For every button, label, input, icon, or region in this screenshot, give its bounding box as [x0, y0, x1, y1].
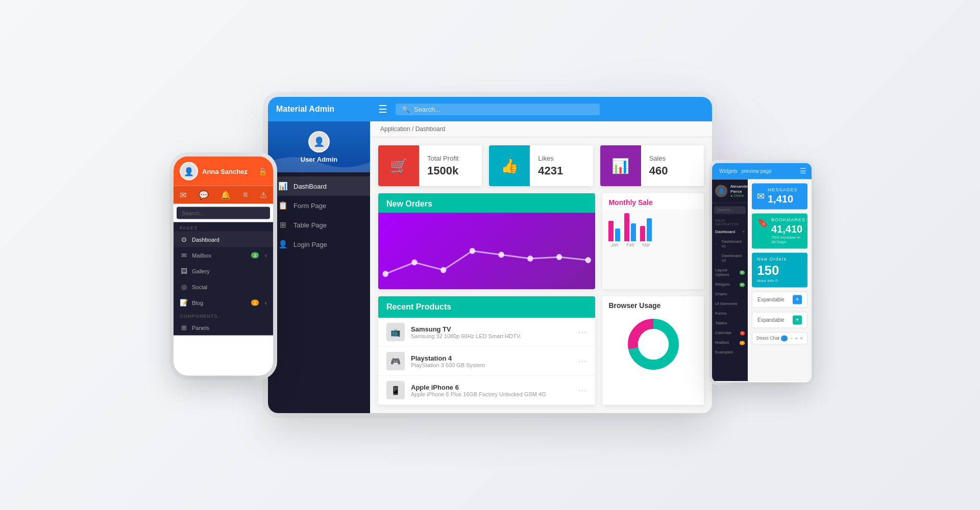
mobile-components-section: COMPONENTS: [174, 311, 273, 320]
mobile-list-icon[interactable]: ≡: [243, 190, 248, 200]
new-orders-title: New Orders: [386, 199, 432, 208]
stat-card-profit: 🛒 Total Profit 1500k: [378, 145, 482, 186]
sales-label: Sales: [649, 155, 696, 162]
sidebar-item-dashboard[interactable]: 📊 DashBoard: [268, 176, 370, 196]
mobile-nav-blog[interactable]: 📝 Blog 2 ‹: [174, 295, 273, 311]
ws-nav-dashboard-v2[interactable]: ○ Dashboard v2: [712, 251, 748, 266]
mobile-nav-label: Mailbox: [192, 252, 211, 258]
expand-1-button[interactable]: +: [793, 295, 802, 304]
chat-expand-icon[interactable]: +: [795, 336, 798, 341]
ws-nav-label: Dashboard v2: [722, 254, 745, 263]
mobile-lock-icon: 🔒: [258, 167, 267, 175]
widget-menu-icon[interactable]: ☰: [800, 167, 806, 175]
svg-point-3: [470, 248, 475, 254]
ws-nav-mailbox[interactable]: Mailbox ●: [712, 338, 748, 348]
mar-label: Mar: [642, 242, 650, 247]
product-more-tv[interactable]: ⋯: [578, 326, 587, 338]
product-desc-iphone: Apple iPhone 6 Plus 16GB Factory Unlocke…: [411, 391, 578, 397]
ws-nav-ui[interactable]: UI Elements: [712, 299, 748, 309]
ws-nav-examples[interactable]: Examples: [712, 348, 748, 358]
mailbox-badge: ●: [740, 341, 745, 345]
ws-nav-label: Dashboard: [715, 230, 735, 235]
ws-nav-dashboard-v1[interactable]: ○ Dashboard v1: [712, 237, 748, 251]
login-icon: 👤: [278, 240, 287, 249]
product-more-ps[interactable]: ⋯: [578, 355, 587, 367]
ws-nav-label: Tables: [715, 321, 727, 326]
sidebar-username: User Admin: [301, 156, 337, 163]
ws-nav-section: MAIN NAVIGATION: [712, 217, 748, 227]
likes-label: Likes: [538, 155, 584, 162]
ws-nav-label: Charts: [715, 292, 727, 297]
bookmarks-value: 41,410: [771, 223, 805, 235]
product-icon-iphone: 📱: [386, 381, 405, 399]
ws-nav-calendar[interactable]: Calendar 3: [712, 328, 748, 338]
table-icon: ⊞: [278, 220, 287, 230]
mail-icon: ✉: [180, 251, 188, 259]
chevron-icon: ‹: [265, 299, 267, 306]
mar-bar-pink: [640, 226, 645, 241]
messages-label: MESSAGES: [768, 187, 798, 192]
ws-username: Alexander Pierce: [730, 184, 748, 194]
mobile-alarm-icon[interactable]: ⚠: [260, 190, 267, 200]
mobile-frame: 👤 Anna Sanchez 🔒 ✉ 💬 🔔 ≡ ⚠ Search... PAG…: [174, 157, 273, 376]
ws-nav-layout[interactable]: Layout Options N: [712, 266, 748, 280]
sidebar-item-label: Table Page: [293, 221, 327, 229]
mobile-nav-social[interactable]: ◎ Social: [174, 279, 273, 295]
expandable-2[interactable]: Expandable +: [752, 312, 807, 328]
app-logo: Material Admin: [276, 105, 368, 114]
mobile-mail-icon[interactable]: ✉: [180, 190, 186, 200]
svg-point-0: [383, 271, 388, 277]
stat-card-sales: 📊 Sales 460: [600, 145, 704, 186]
mobile-nav-gallery[interactable]: 🖼 Gallery: [174, 263, 273, 279]
expand-2-button[interactable]: +: [793, 315, 802, 324]
jan-bar-blue: [615, 228, 620, 241]
chat-close-icon[interactable]: ×: [800, 336, 803, 341]
chevron-icon: ‹: [265, 251, 267, 259]
widget-frame: Widgets preview page ☰ 👤 Alexander Pierc…: [712, 163, 812, 382]
ws-nav-label: UI Elements: [715, 302, 738, 307]
mobile-nav-panels[interactable]: ⊞ Panels: [174, 320, 273, 336]
search-placeholder: Search...: [414, 106, 440, 113]
widgets-badge: N: [740, 283, 745, 287]
ws-search[interactable]: Search...: [714, 207, 746, 214]
ws-nav-dashboard[interactable]: Dashboard ▾: [712, 227, 748, 237]
product-more-iphone[interactable]: ⋯: [578, 385, 587, 396]
ws-nav-charts[interactable]: Charts: [712, 290, 748, 299]
sales-value: 460: [649, 164, 696, 177]
ws-nav-tables[interactable]: Tables: [712, 319, 748, 328]
chevron-down-icon: ▾: [743, 230, 745, 235]
search-bar[interactable]: 🔍 Search...: [396, 104, 600, 115]
mobile-nav-label: Dashboard: [192, 236, 219, 242]
ws-nav-widgets[interactable]: Widgets N: [712, 280, 748, 290]
chat-badge: 2: [781, 335, 788, 341]
expandable-1-label: Expandable: [757, 297, 785, 302]
mobile-nav-dashboard[interactable]: ⊙ Dashboard: [174, 232, 273, 247]
expandable-1[interactable]: Expandable +: [752, 291, 807, 308]
mobile-chat-icon[interactable]: 💬: [199, 190, 209, 200]
stat-card-likes: 👍 Likes 4231: [489, 145, 593, 186]
ws-status: ● Online: [730, 194, 748, 198]
sidebar-item-table[interactable]: ⊞ Table Page: [268, 215, 370, 235]
calendar-badge: 3: [740, 331, 745, 335]
sales-icon: 📊: [600, 145, 641, 186]
dashboard-icon: ⊙: [180, 236, 188, 243]
chat-minimize-icon[interactable]: −: [790, 336, 793, 341]
recent-products-card: Recent Products 📺 Samsung TV Samsung 32 …: [378, 296, 595, 405]
new-orders-widget-card: New Orders 150 More info ©: [752, 252, 807, 287]
ws-nav-forms[interactable]: Forms: [712, 309, 748, 319]
ws-nav-label: Calendar: [715, 331, 731, 336]
mobile-nav-mailbox[interactable]: ✉ Mailbox 3 ‹: [174, 247, 273, 263]
mobile-pages-section: PAGES: [174, 222, 273, 232]
monthly-sale-chart: Monthly Sale: [602, 193, 704, 289]
admin-main: Application / Dashboard 🛒 Total Profit 1…: [370, 121, 712, 413]
feb-label: Feb: [626, 242, 634, 247]
sidebar-item-label: Form Page: [293, 202, 326, 210]
menu-icon[interactable]: ☰: [378, 103, 387, 115]
profit-icon: 🛒: [378, 145, 419, 186]
breadcrumb: Application / Dashboard: [370, 121, 712, 137]
product-row: 📺 Samsung TV Samsung 32 1080p 60Hz LED S…: [378, 318, 595, 347]
mobile-bell-icon[interactable]: 🔔: [220, 190, 231, 200]
sidebar-item-login[interactable]: 👤 Login Page: [268, 235, 370, 254]
mobile-search-bar[interactable]: Search...: [177, 207, 270, 219]
sidebar-item-form[interactable]: 📋 Form Page: [268, 196, 370, 215]
